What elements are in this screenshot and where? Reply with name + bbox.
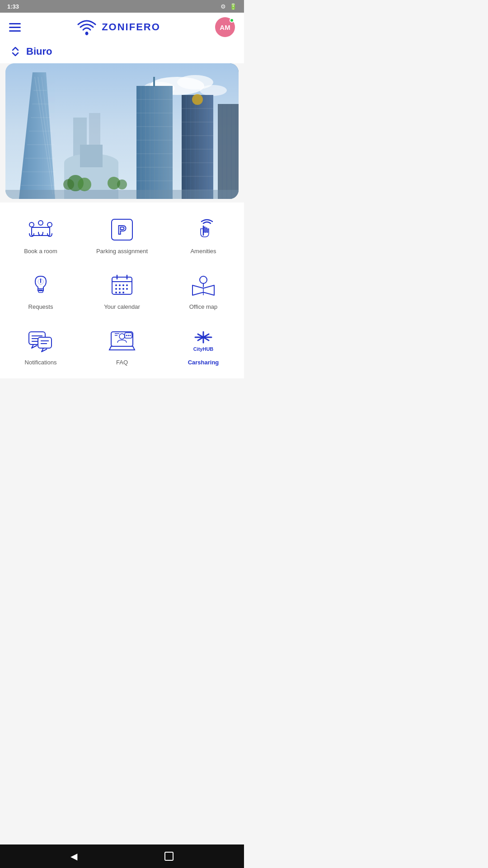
faq-icon	[108, 327, 136, 354]
menu-item-requests[interactable]: Requests	[0, 263, 81, 318]
svg-point-85	[115, 288, 117, 290]
svg-rect-74	[38, 291, 43, 292]
map-icon	[190, 272, 217, 299]
book-room-label: Book a room	[24, 248, 57, 255]
notifications-icon	[27, 327, 54, 354]
svg-point-88	[126, 288, 128, 290]
svg-point-84	[126, 284, 128, 286]
svg-point-54	[192, 94, 203, 105]
office-map-label: Office map	[189, 303, 218, 311]
avatar-initials: AM	[220, 24, 230, 31]
svg-rect-60	[5, 190, 239, 199]
cityhub-icon: CityHUB	[190, 327, 217, 354]
svg-point-107	[126, 335, 127, 336]
location-bar: Biuro	[0, 42, 244, 63]
svg-text:CityHUB: CityHUB	[193, 346, 214, 352]
svg-point-82	[119, 284, 121, 286]
parking-label: Parking assignment	[96, 248, 148, 255]
calendar-icon	[108, 272, 136, 299]
svg-point-91	[122, 292, 124, 293]
svg-point-108	[128, 335, 129, 336]
lightbulb-icon	[27, 272, 54, 299]
svg-point-67	[29, 222, 34, 227]
faq-label: FAQ	[116, 359, 128, 367]
menu-item-office-map[interactable]: Office map	[163, 263, 244, 318]
logo: ZONIFERO	[75, 18, 160, 36]
svg-point-109	[130, 335, 131, 336]
svg-rect-39	[153, 77, 155, 87]
svg-point-83	[122, 284, 124, 286]
status-bar: 1:33 ⚙ 🔋	[0, 0, 244, 13]
svg-point-89	[115, 292, 117, 293]
location-selector[interactable]	[9, 45, 22, 58]
svg-point-90	[119, 292, 121, 293]
amenities-label: Amenities	[190, 248, 216, 255]
menu-item-carsharing[interactable]: CityHUB Carsharing	[163, 318, 244, 374]
menu-item-calendar[interactable]: Your calendar	[81, 263, 163, 318]
svg-rect-23	[80, 145, 103, 167]
svg-rect-99	[38, 337, 52, 348]
svg-text:P: P	[118, 223, 127, 237]
online-indicator	[230, 18, 234, 23]
svg-rect-66	[32, 227, 50, 236]
header: ZONIFERO AM	[0, 13, 244, 42]
menu-item-amenities[interactable]: Amenities	[163, 207, 244, 263]
svg-point-69	[47, 222, 52, 227]
user-avatar[interactable]: AM	[215, 17, 235, 37]
meeting-room-icon	[27, 216, 54, 243]
hero-image	[5, 63, 239, 199]
gear-icon: ⚙	[221, 3, 226, 10]
calendar-label: Your calendar	[104, 303, 140, 311]
status-time: 1:33	[7, 3, 19, 10]
svg-point-65	[117, 179, 127, 189]
svg-point-103	[119, 334, 125, 339]
feature-grid: Book a room P Parking assignment Ameniti…	[0, 203, 244, 378]
svg-point-62	[78, 178, 91, 191]
status-right-icons: ⚙ 🔋	[221, 3, 237, 10]
notifications-label: Notifications	[25, 359, 57, 367]
svg-point-92	[200, 276, 207, 283]
svg-point-87	[122, 288, 124, 290]
touch-icon	[190, 216, 217, 243]
svg-point-5	[200, 85, 227, 96]
svg-point-63	[63, 179, 74, 190]
svg-point-86	[119, 288, 121, 290]
requests-label: Requests	[28, 303, 53, 311]
menu-item-book-room[interactable]: Book a room	[0, 207, 81, 263]
svg-rect-77	[112, 277, 132, 294]
battery-icon: 🔋	[230, 3, 237, 10]
menu-item-parking[interactable]: P Parking assignment	[81, 207, 163, 263]
carsharing-label: Carsharing	[188, 359, 219, 367]
logo-wifi-icon	[75, 18, 98, 36]
svg-point-81	[115, 284, 117, 286]
location-name: Biuro	[26, 46, 52, 57]
menu-item-notifications[interactable]: Notifications	[0, 318, 81, 374]
svg-rect-55	[218, 104, 239, 199]
svg-point-68	[38, 221, 43, 225]
hamburger-menu-button[interactable]	[9, 23, 21, 32]
parking-icon: P	[108, 216, 136, 243]
logo-text: ZONIFERO	[102, 21, 160, 33]
menu-item-faq[interactable]: FAQ	[81, 318, 163, 374]
